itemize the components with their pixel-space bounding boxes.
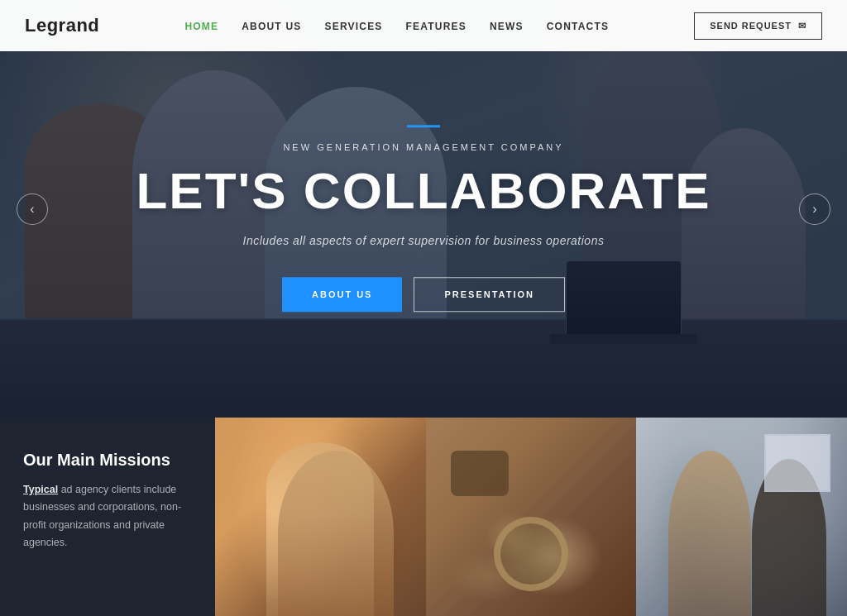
hero-title: LET'S COLLABORATE (134, 164, 713, 217)
navbar: Legrand HOME ABOUT US SERVICES FEATURES … (0, 0, 847, 51)
image-tile-1 (215, 418, 426, 616)
slider-next-button[interactable]: › (799, 193, 830, 225)
slider-prev-button[interactable]: ‹ (17, 193, 48, 225)
presentation-button[interactable]: PRESENTATION (414, 277, 565, 312)
nav-link-contacts[interactable]: CONTACTS (547, 21, 609, 32)
nav-item-contacts[interactable]: CONTACTS (547, 18, 609, 33)
hero-section: NEW GENERATION MANAGEMENT COMPANY LET'S … (0, 0, 847, 418)
hero-accent-line (407, 125, 440, 127)
nav-link-about[interactable]: ABOUT US (242, 21, 301, 32)
nav-link-services[interactable]: SERVICES (324, 21, 382, 32)
person-tile-1 (266, 442, 374, 616)
logo: Legrand (25, 15, 99, 36)
send-icon: ✉ (798, 21, 806, 31)
nav-link-news[interactable]: NEWS (490, 21, 524, 32)
bottom-section: Our Main Missions Typical ad agency clie… (0, 418, 847, 616)
about-us-button[interactable]: ABOUT US (282, 277, 402, 312)
nav-item-features[interactable]: FEATURES (406, 18, 467, 33)
missions-panel: Our Main Missions Typical ad agency clie… (0, 418, 215, 616)
hero-subtitle: NEW GENERATION MANAGEMENT COMPANY (134, 142, 713, 152)
person-left-tile-3 (668, 451, 751, 616)
missions-title: Our Main Missions (23, 451, 192, 470)
watch-shape (494, 517, 568, 591)
nav-item-news[interactable]: NEWS (490, 18, 524, 33)
hero-description: Includes all aspects of expert supervisi… (134, 234, 713, 247)
bottom-images (215, 418, 847, 616)
hero-buttons: ABOUT US PRESENTATION (134, 277, 713, 312)
send-request-button[interactable]: SEND REQUEST ✉ (694, 12, 822, 40)
image-tile-2 (426, 418, 637, 616)
chevron-right-icon: › (812, 202, 816, 217)
whiteboard-shape (764, 434, 830, 492)
send-request-label: SEND REQUEST (710, 21, 792, 31)
nav-item-services[interactable]: SERVICES (324, 18, 382, 33)
missions-body-bold: Typical (23, 484, 58, 495)
hero-content: NEW GENERATION MANAGEMENT COMPANY LET'S … (134, 125, 713, 312)
nav-link-features[interactable]: FEATURES (406, 21, 467, 32)
nav-item-home[interactable]: HOME (184, 18, 218, 33)
nav-item-about[interactable]: ABOUT US (242, 18, 301, 33)
camera-shape (451, 451, 509, 496)
chevron-left-icon: ‹ (30, 202, 34, 217)
nav-link-home[interactable]: HOME (184, 21, 218, 32)
image-tile-3 (636, 418, 847, 616)
hero-background: NEW GENERATION MANAGEMENT COMPANY LET'S … (0, 0, 847, 418)
missions-body: Typical ad agency clients include busine… (23, 481, 192, 552)
nav-links: HOME ABOUT US SERVICES FEATURES NEWS CON… (184, 18, 609, 33)
